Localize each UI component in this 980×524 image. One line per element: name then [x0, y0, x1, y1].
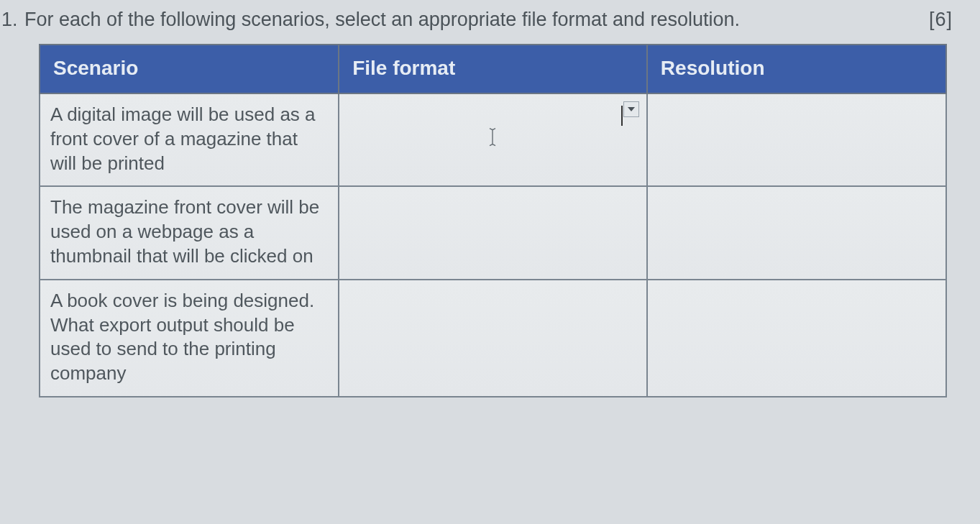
question-text: For each of the following scenarios, sel…: [24, 9, 922, 31]
scenario-cell: A digital image will be used as a front …: [40, 93, 339, 186]
resolution-cell[interactable]: [647, 93, 946, 186]
text-cursor-icon: [487, 127, 498, 153]
dropdown-arrow-icon[interactable]: [623, 101, 639, 117]
question-wrapper: 1. For each of the following scenarios, …: [0, 9, 966, 397]
scenario-cell: A book cover is being designed. What exp…: [40, 280, 339, 397]
scenario-cell: The magazine front cover will be used on…: [40, 186, 339, 279]
header-resolution: Resolution: [647, 45, 946, 93]
scenario-table-wrapper: Scenario File format Resolution A digita…: [39, 44, 947, 397]
resolution-cell[interactable]: [647, 280, 946, 397]
text-caret: [621, 106, 623, 126]
question-number: 1.: [0, 9, 24, 31]
table-header-row: Scenario File format Resolution: [40, 45, 946, 93]
table-row: The magazine front cover will be used on…: [40, 186, 946, 279]
question-line: 1. For each of the following scenarios, …: [0, 9, 966, 31]
file-format-input[interactable]: [349, 104, 615, 126]
table-row: A book cover is being designed. What exp…: [40, 280, 946, 397]
resolution-cell[interactable]: [647, 186, 946, 279]
file-format-cell[interactable]: [339, 280, 647, 397]
file-format-dropdown-cell[interactable]: [339, 93, 647, 186]
scenario-table: Scenario File format Resolution A digita…: [39, 44, 947, 397]
svg-marker-0: [628, 107, 635, 111]
header-scenario: Scenario: [40, 45, 339, 93]
question-marks: [6]: [922, 9, 966, 31]
table-row: A digital image will be used as a front …: [40, 93, 946, 186]
file-format-cell[interactable]: [339, 186, 647, 279]
header-file-format: File format: [339, 45, 647, 93]
